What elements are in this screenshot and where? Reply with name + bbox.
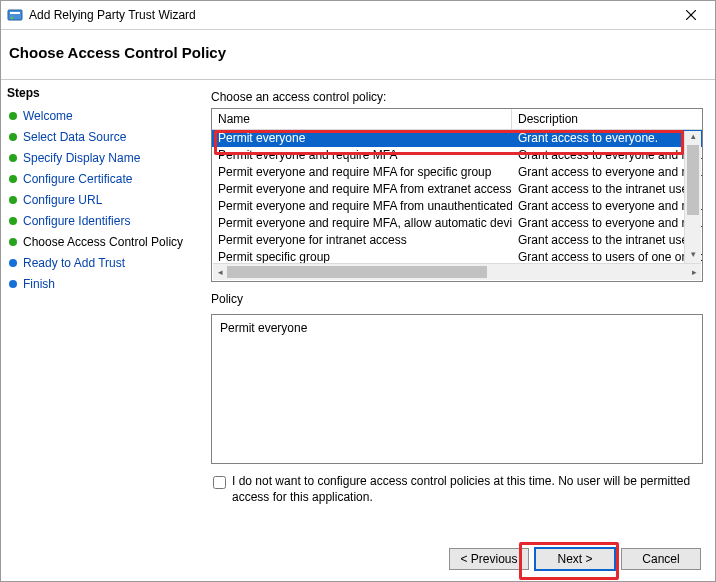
- policy-listbox[interactable]: Name Description Permit everyone Grant a…: [211, 108, 703, 282]
- step-choose-access-control-policy: Choose Access Control Policy: [1, 232, 191, 253]
- step-label: Choose Access Control Policy: [23, 235, 183, 250]
- steps-title: Steps: [1, 84, 191, 106]
- app-icon: [7, 7, 23, 23]
- step-link[interactable]: Specify Display Name: [23, 151, 140, 166]
- policy-detail-box: Permit everyone: [211, 314, 703, 464]
- step-configure-url[interactable]: Configure URL: [1, 190, 191, 211]
- policy-row[interactable]: Permit everyone and require MFA from ext…: [212, 181, 702, 198]
- skip-policy-row: I do not want to configure access contro…: [211, 474, 703, 505]
- vertical-scrollbar[interactable]: ▴ ▾: [684, 131, 701, 263]
- steps-sidebar: Steps Welcome Select Data Source Specify…: [1, 79, 191, 537]
- policy-row-desc: Grant access to the intranet users.: [512, 232, 702, 249]
- policy-row-name: Permit everyone and require MFA, allow a…: [212, 215, 512, 232]
- step-select-data-source[interactable]: Select Data Source: [1, 127, 191, 148]
- policy-list-label: Choose an access control policy:: [211, 90, 703, 104]
- scroll-left-icon[interactable]: ◂: [213, 264, 227, 280]
- step-finish[interactable]: Finish: [1, 274, 191, 295]
- policy-row-desc: Grant access to everyone and requir: [512, 164, 702, 181]
- svg-point-2: [11, 17, 14, 20]
- step-welcome[interactable]: Welcome: [1, 106, 191, 127]
- bullet-pending-icon: [9, 280, 17, 288]
- policy-row[interactable]: Permit everyone Grant access to everyone…: [212, 130, 702, 147]
- bullet-done-icon: [9, 154, 17, 162]
- bullet-pending-icon: [9, 259, 17, 267]
- svg-rect-1: [10, 12, 20, 14]
- step-specify-display-name[interactable]: Specify Display Name: [1, 148, 191, 169]
- step-ready-to-add-trust[interactable]: Ready to Add Trust: [1, 253, 191, 274]
- column-name-header[interactable]: Name: [212, 109, 512, 129]
- policy-row[interactable]: Permit everyone and require MFA for spec…: [212, 164, 702, 181]
- page-heading: Choose Access Control Policy: [1, 30, 715, 79]
- bullet-done-icon: [9, 196, 17, 204]
- titlebar: Add Relying Party Trust Wizard: [1, 1, 715, 30]
- policy-row-desc: Grant access to everyone and requir: [512, 198, 702, 215]
- wizard-window: Add Relying Party Trust Wizard Choose Ac…: [0, 0, 716, 582]
- step-link[interactable]: Welcome: [23, 109, 73, 124]
- next-button[interactable]: Next >: [535, 548, 615, 570]
- scroll-up-icon[interactable]: ▴: [685, 131, 701, 145]
- column-description-header[interactable]: Description: [512, 109, 702, 129]
- window-title: Add Relying Party Trust Wizard: [29, 8, 671, 22]
- step-link[interactable]: Configure Identifiers: [23, 214, 130, 229]
- policy-row-desc: Grant access to everyone and requir: [512, 215, 702, 232]
- svg-rect-0: [8, 10, 22, 20]
- step-link[interactable]: Configure Certificate: [23, 172, 132, 187]
- policy-row-name: Permit everyone and require MFA for spec…: [212, 164, 512, 181]
- step-link[interactable]: Select Data Source: [23, 130, 126, 145]
- bullet-done-icon: [9, 112, 17, 120]
- step-configure-identifiers[interactable]: Configure Identifiers: [1, 211, 191, 232]
- step-link[interactable]: Finish: [23, 277, 55, 292]
- policy-row-desc: Grant access to everyone.: [512, 130, 702, 147]
- policy-label: Policy: [211, 292, 703, 306]
- list-rows: Permit everyone Grant access to everyone…: [212, 130, 702, 281]
- policy-row-name: Permit everyone: [212, 130, 512, 147]
- policy-row-name: Permit everyone and require MFA: [212, 147, 512, 164]
- policy-row[interactable]: Permit everyone and require MFA from una…: [212, 198, 702, 215]
- policy-row-name: Permit everyone and require MFA from una…: [212, 198, 512, 215]
- skip-policy-checkbox[interactable]: [213, 476, 226, 489]
- bullet-done-icon: [9, 175, 17, 183]
- policy-row-name: Permit everyone and require MFA from ext…: [212, 181, 512, 198]
- policy-detail-text: Permit everyone: [220, 321, 307, 335]
- list-header: Name Description: [212, 109, 702, 130]
- policy-row[interactable]: Permit everyone for intranet access Gran…: [212, 232, 702, 249]
- cancel-button[interactable]: Cancel: [621, 548, 701, 570]
- skip-policy-label[interactable]: I do not want to configure access contro…: [232, 474, 703, 505]
- close-button[interactable]: [671, 1, 711, 29]
- scroll-thumb[interactable]: [227, 266, 487, 278]
- step-configure-certificate[interactable]: Configure Certificate: [1, 169, 191, 190]
- policy-row[interactable]: Permit everyone and require MFA, allow a…: [212, 215, 702, 232]
- bullet-done-icon: [9, 217, 17, 225]
- wizard-footer: < Previous Next > Cancel: [1, 537, 715, 581]
- close-icon: [686, 10, 696, 20]
- policy-row[interactable]: Permit everyone and require MFA Grant ac…: [212, 147, 702, 164]
- previous-button[interactable]: < Previous: [449, 548, 529, 570]
- bullet-current-icon: [9, 238, 17, 246]
- scroll-thumb[interactable]: [687, 145, 699, 215]
- step-link[interactable]: Ready to Add Trust: [23, 256, 125, 271]
- horizontal-scrollbar[interactable]: ◂ ▸: [213, 263, 701, 280]
- main-panel: Choose an access control policy: Name De…: [191, 79, 715, 537]
- scroll-right-icon[interactable]: ▸: [687, 264, 701, 280]
- scroll-down-icon[interactable]: ▾: [685, 249, 701, 263]
- policy-row-desc: Grant access to everyone and requir: [512, 147, 702, 164]
- step-link[interactable]: Configure URL: [23, 193, 102, 208]
- bullet-done-icon: [9, 133, 17, 141]
- policy-row-desc: Grant access to the intranet users an: [512, 181, 702, 198]
- policy-row-name: Permit everyone for intranet access: [212, 232, 512, 249]
